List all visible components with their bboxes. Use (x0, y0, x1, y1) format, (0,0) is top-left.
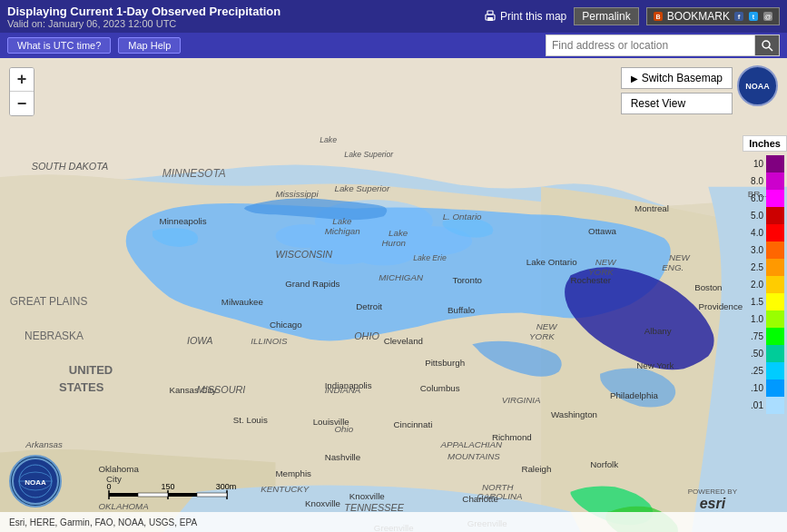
svg-text:WISCONSIN: WISCONSIN (275, 249, 332, 260)
legend-color-swatch (766, 241, 784, 259)
legend: Inches 108.06.05.04.03.02.52.01.51.0.75.… (737, 135, 787, 517)
legend-value-label: 1.5 (737, 297, 766, 307)
svg-text:UNITED: UNITED (69, 363, 113, 377)
print-button[interactable]: Print this map (484, 10, 566, 23)
svg-text:L. Ontario: L. Ontario (443, 212, 482, 222)
svg-rect-1 (487, 11, 493, 15)
svg-text:0: 0 (106, 482, 111, 491)
svg-text:Cleveland: Cleveland (384, 336, 423, 346)
svg-text:B: B (655, 14, 660, 20)
svg-text:Lake: Lake (389, 228, 408, 238)
svg-text:MINNESOTA: MINNESOTA (162, 167, 226, 180)
esri-powered-label: POWERED BY (688, 488, 737, 496)
legend-color-swatch (766, 345, 784, 362)
svg-text:150: 150 (161, 482, 174, 491)
svg-text:Lake Erie: Lake Erie (413, 253, 447, 262)
svg-text:MICHIGAN: MICHIGAN (379, 272, 424, 282)
svg-text:YORK: YORK (529, 331, 555, 341)
zoom-out-button[interactable]: − (10, 92, 34, 115)
svg-text:Lake: Lake (320, 135, 337, 144)
svg-text:Raleigh: Raleigh (521, 464, 551, 474)
svg-rect-116 (168, 493, 197, 497)
twitter-icon: t (748, 11, 759, 22)
svg-text:300mi: 300mi (216, 482, 236, 491)
legend-value-label: 10 (737, 159, 766, 169)
svg-text:INDIANA: INDIANA (325, 385, 361, 395)
svg-text:Philadelphia: Philadelphia (610, 390, 659, 400)
print-label: Print this map (500, 10, 566, 23)
map-help-button[interactable]: Map Help (118, 37, 181, 54)
svg-text:Michigan: Michigan (325, 226, 360, 236)
svg-text:OHIO: OHIO (354, 330, 379, 341)
svg-text:Mississippi: Mississippi (275, 189, 319, 199)
esri-logo: POWERED BY esri (688, 488, 737, 512)
email-icon: @ (762, 11, 773, 22)
svg-text:Pittsburgh: Pittsburgh (425, 358, 465, 368)
zoom-in-button[interactable]: + (10, 68, 34, 92)
svg-text:Cincinnati: Cincinnati (394, 419, 433, 429)
noaa-bottom-logo: NOAA (9, 455, 64, 509)
svg-text:MOUNTAINS: MOUNTAINS (448, 451, 500, 461)
legend-value-label: 8.0 (737, 176, 766, 186)
search-button[interactable] (754, 34, 780, 56)
legend-row: 4.0 (737, 224, 787, 241)
svg-text:VIRGINIA: VIRGINIA (502, 395, 541, 405)
svg-text:Knoxville: Knoxville (349, 491, 385, 501)
svg-text:STATES: STATES (59, 380, 104, 394)
legend-row: .50 (737, 345, 787, 362)
legend-row: 1.5 (737, 293, 787, 310)
svg-rect-2 (487, 17, 493, 21)
svg-text:IOWA: IOWA (187, 335, 213, 346)
legend-row: .25 (737, 362, 787, 379)
utc-time-button[interactable]: What is UTC time? (7, 37, 111, 54)
legend-row: 6.0 (737, 190, 787, 207)
bookmark-area[interactable]: B BOOKMARK f t @ (646, 7, 780, 25)
svg-text:Montreal: Montreal (635, 203, 669, 213)
header-right: Print this map Permalink B BOOKMARK f t … (484, 7, 780, 25)
svg-text:Huron: Huron (381, 238, 406, 248)
legend-title: Inches (743, 135, 787, 152)
legend-row: 5.0 (737, 207, 787, 224)
svg-text:Lake Superior: Lake Superior (334, 183, 389, 193)
svg-text:CAROLINA: CAROLINA (477, 491, 523, 501)
switch-basemap-button[interactable]: ▶ Switch Basemap (621, 67, 733, 89)
svg-text:Albany: Albany (644, 326, 672, 336)
map-container[interactable]: Minneapolis Milwaukee Chicago Grand Rapi… (0, 58, 787, 532)
legend-value-label: .50 (737, 349, 766, 359)
legend-value-label: 1.0 (737, 314, 766, 324)
legend-row: .01 (737, 397, 787, 414)
legend-color-swatch (766, 310, 784, 328)
legend-value-label: .10 (737, 383, 766, 393)
svg-text:St. Louis: St. Louis (233, 415, 268, 425)
search-area (546, 34, 780, 56)
reset-view-button[interactable]: Reset View (621, 93, 733, 114)
svg-text:SOUTH DAKOTA: SOUTH DAKOTA (32, 161, 109, 172)
legend-color-swatch (766, 328, 784, 345)
attribution-bar: Esri, HERE, Garmin, FAO, NOAA, USGS, EPA (0, 512, 787, 532)
svg-text:Lake Ontario: Lake Ontario (526, 257, 577, 267)
legend-color-swatch (766, 276, 784, 293)
search-input[interactable] (546, 34, 754, 56)
svg-text:NEBRASKA: NEBRASKA (25, 330, 84, 342)
legend-value-label: 3.0 (737, 245, 766, 255)
svg-text:Ohio: Ohio (334, 424, 353, 434)
svg-text:Washington: Washington (551, 409, 597, 419)
svg-point-11 (762, 41, 770, 48)
legend-row: .75 (737, 328, 787, 345)
legend-value-label: .01 (737, 400, 766, 410)
esri-name-label: esri (700, 496, 725, 512)
legend-color-swatch (766, 207, 784, 224)
legend-row: 2.5 (737, 259, 787, 276)
legend-color-swatch (766, 397, 784, 414)
svg-text:Memphis: Memphis (275, 468, 311, 478)
subheader: What is UTC time? Map Help (0, 33, 787, 58)
zoom-controls: + − (9, 67, 34, 116)
map-buttons: ▶ Switch Basemap Reset View (621, 67, 733, 114)
svg-text:Toronto: Toronto (453, 275, 483, 285)
svg-text:@: @ (764, 13, 772, 21)
svg-text:Detroit: Detroit (356, 301, 382, 311)
svg-text:Buffalo: Buffalo (448, 305, 476, 315)
legend-value-label: .75 (737, 331, 766, 341)
permalink-button[interactable]: Permalink (574, 7, 638, 25)
svg-text:Arkansas: Arkansas (25, 439, 63, 449)
